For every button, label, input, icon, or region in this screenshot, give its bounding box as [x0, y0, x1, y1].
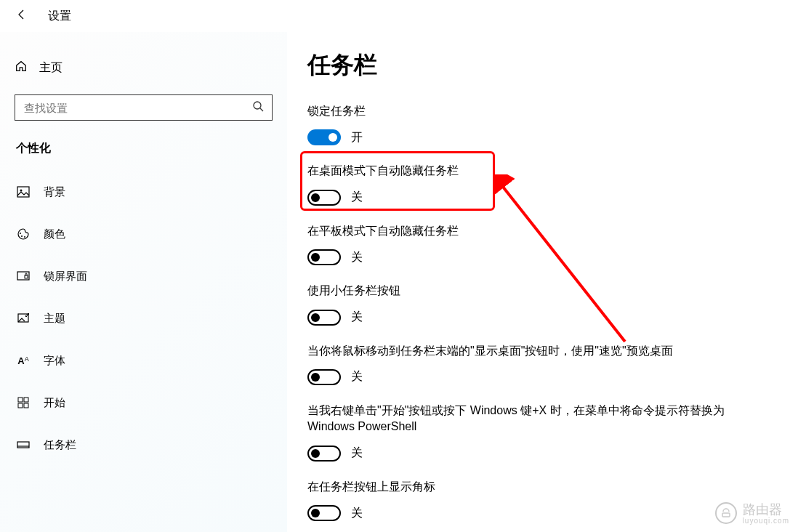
svg-rect-10 — [18, 398, 23, 402]
setting-label: 在平板模式下自动隐藏任务栏 — [307, 223, 743, 239]
sidebar-item-label: 字体 — [44, 354, 65, 368]
lockscreen-icon — [16, 270, 31, 283]
setting-lock-taskbar: 锁定任务栏 开 — [307, 103, 776, 145]
svg-point-6 — [24, 236, 25, 238]
start-icon — [16, 397, 31, 408]
svg-point-5 — [21, 235, 23, 237]
fonts-icon: AA — [16, 355, 31, 366]
sidebar-item-label: 背景 — [44, 185, 65, 199]
setting-autohide-tablet: 在平板模式下自动隐藏任务栏 关 — [307, 223, 776, 265]
sidebar-item-label: 主题 — [44, 312, 65, 326]
sidebar-item-label: 颜色 — [44, 227, 65, 241]
toggle-state: 关 — [351, 446, 363, 461]
toggle-state: 关 — [351, 310, 363, 325]
category-header: 个性化 — [15, 141, 273, 156]
toggle-peek-desktop[interactable] — [307, 369, 341, 385]
picture-icon — [16, 185, 31, 198]
taskbar-icon — [16, 438, 31, 451]
toggle-badges[interactable] — [307, 505, 341, 521]
toggle-state: 开 — [351, 130, 363, 145]
sidebar-item-taskbar[interactable]: 任务栏 — [15, 424, 273, 466]
svg-rect-2 — [17, 187, 29, 197]
svg-line-1 — [260, 108, 263, 111]
setting-label: 使用小任务栏按钮 — [307, 283, 743, 299]
svg-rect-13 — [24, 403, 28, 408]
setting-label: 当你将鼠标移动到任务栏末端的"显示桌面"按钮时，使用"速览"预览桌面 — [307, 343, 743, 359]
router-icon — [715, 502, 737, 524]
toggle-autohide-tablet[interactable] — [307, 249, 341, 265]
home-label: 主页 — [39, 60, 63, 76]
sidebar-item-label: 锁屏界面 — [44, 270, 87, 283]
svg-rect-18 — [722, 513, 730, 517]
sidebar-item-label: 开始 — [44, 396, 65, 410]
sidebar-item-start[interactable]: 开始 — [15, 382, 273, 424]
setting-label: 在任务栏按钮上显示角标 — [307, 479, 743, 495]
watermark-sub: luyouqi.com — [743, 517, 789, 525]
toggle-lock-taskbar[interactable] — [307, 129, 341, 145]
home-icon — [15, 60, 28, 76]
titlebar: 设置 — [0, 0, 798, 32]
home-button[interactable]: 主页 — [15, 54, 273, 81]
palette-icon — [16, 227, 31, 241]
themes-icon — [16, 312, 31, 325]
svg-point-0 — [254, 102, 261, 109]
setting-small-buttons: 使用小任务栏按钮 关 — [307, 283, 776, 325]
setting-label: 锁定任务栏 — [307, 103, 743, 119]
setting-powershell: 当我右键单击"开始"按钮或按下 Windows 键+X 时，在菜单中将命令提示符… — [307, 403, 776, 462]
content-pane: 任务栏 锁定任务栏 开 在桌面模式下自动隐藏任务栏 关 在平板模式下自动隐藏任务… — [287, 32, 798, 532]
search-icon — [252, 100, 264, 115]
svg-point-4 — [20, 233, 21, 234]
toggle-small-buttons[interactable] — [307, 310, 341, 326]
sidebar-item-background[interactable]: 背景 — [15, 171, 273, 213]
sidebar-item-lockscreen[interactable]: 锁屏界面 — [15, 255, 273, 297]
sidebar: 主页 个性化 背景 颜色 锁屏界面 — [0, 32, 287, 532]
window-title: 设置 — [48, 9, 71, 24]
back-arrow-icon[interactable] — [16, 9, 28, 24]
setting-badges: 在任务栏按钮上显示角标 关 — [307, 479, 776, 521]
sidebar-item-themes[interactable]: 主题 — [15, 297, 273, 339]
watermark: 路由器 luyouqi.com — [715, 501, 789, 525]
toggle-powershell[interactable] — [307, 446, 341, 462]
sidebar-item-colors[interactable]: 颜色 — [15, 213, 273, 255]
toggle-state: 关 — [351, 250, 363, 265]
svg-rect-11 — [24, 398, 28, 402]
setting-peek-desktop: 当你将鼠标移动到任务栏末端的"显示桌面"按钮时，使用"速览"预览桌面 关 — [307, 343, 776, 385]
toggle-state: 关 — [351, 190, 363, 205]
svg-rect-12 — [18, 403, 23, 408]
setting-autohide-desktop: 在桌面模式下自动隐藏任务栏 关 — [307, 163, 776, 205]
toggle-autohide-desktop[interactable] — [307, 190, 341, 206]
svg-rect-8 — [25, 275, 28, 278]
sidebar-item-label: 任务栏 — [44, 438, 76, 452]
sidebar-item-fonts[interactable]: AA 字体 — [15, 339, 273, 382]
svg-rect-14 — [17, 442, 29, 448]
page-heading: 任务栏 — [307, 49, 776, 81]
toggle-state: 关 — [351, 506, 363, 521]
svg-point-3 — [20, 190, 23, 192]
toggle-state: 关 — [351, 369, 363, 384]
search-box[interactable] — [15, 94, 273, 121]
watermark-text: 路由器 — [743, 502, 782, 517]
search-input[interactable] — [15, 94, 273, 121]
setting-label: 当我右键单击"开始"按钮或按下 Windows 键+X 时，在菜单中将命令提示符… — [307, 403, 743, 435]
setting-label: 在桌面模式下自动隐藏任务栏 — [307, 163, 743, 179]
